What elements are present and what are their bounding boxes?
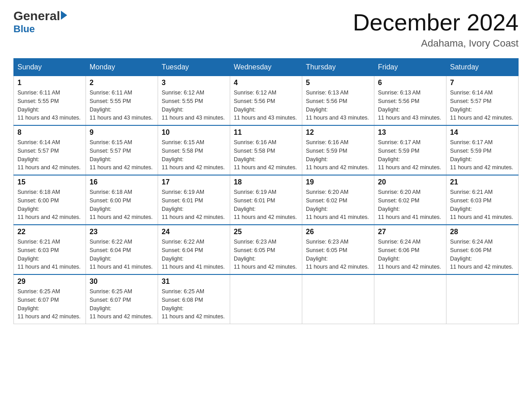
calendar-week-row-2: 8 Sunrise: 6:14 AM Sunset: 5:57 PM Dayli… [14, 125, 519, 175]
day-number: 4 [234, 79, 298, 87]
day-number: 7 [450, 79, 515, 87]
day-info: Sunrise: 6:13 AM Sunset: 5:56 PM Dayligh… [378, 89, 442, 122]
daylight-label: Daylight: 11 hours and 41 minutes. [306, 206, 369, 221]
day-number: 15 [17, 178, 82, 186]
sunset-label: Sunset: 6:03 PM [450, 197, 491, 204]
sunset-label: Sunset: 6:03 PM [17, 247, 59, 253]
day-info: Sunrise: 6:21 AM Sunset: 6:03 PM Dayligh… [17, 238, 82, 271]
sunset-label: Sunset: 6:05 PM [234, 247, 275, 253]
day-info: Sunrise: 6:15 AM Sunset: 5:58 PM Dayligh… [162, 138, 226, 172]
calendar-cell: 19 Sunrise: 6:20 AM Sunset: 6:02 PM Dayl… [302, 175, 374, 225]
calendar-cell: 1 Sunrise: 6:11 AM Sunset: 5:55 PM Dayli… [14, 76, 86, 126]
day-number: 16 [90, 178, 154, 186]
sunset-label: Sunset: 6:07 PM [90, 297, 131, 303]
sunrise-label: Sunrise: 6:18 AM [17, 189, 60, 195]
sunset-label: Sunset: 5:55 PM [162, 98, 203, 104]
day-info: Sunrise: 6:18 AM Sunset: 6:00 PM Dayligh… [17, 188, 82, 222]
sunrise-label: Sunrise: 6:12 AM [162, 90, 204, 96]
header-tuesday: Tuesday [158, 59, 230, 76]
calendar-cell: 2 Sunrise: 6:11 AM Sunset: 5:55 PM Dayli… [86, 76, 158, 126]
sunset-label: Sunset: 5:55 PM [17, 98, 59, 104]
title-section: December 2024 Adahama, Ivory Coast [353, 9, 519, 49]
daylight-label: Daylight: 11 hours and 42 minutes. [162, 305, 225, 320]
daylight-label: Daylight: 11 hours and 41 minutes. [450, 206, 513, 221]
calendar-cell: 14 Sunrise: 6:17 AM Sunset: 5:59 PM Dayl… [446, 125, 519, 175]
day-info: Sunrise: 6:22 AM Sunset: 6:04 PM Dayligh… [90, 238, 154, 271]
calendar-cell: 23 Sunrise: 6:22 AM Sunset: 6:04 PM Dayl… [86, 225, 158, 274]
calendar-cell: 6 Sunrise: 6:13 AM Sunset: 5:56 PM Dayli… [374, 76, 446, 126]
sunset-label: Sunset: 6:06 PM [378, 247, 419, 253]
sunset-label: Sunset: 6:02 PM [306, 197, 347, 204]
daylight-label: Daylight: 11 hours and 42 minutes. [234, 156, 297, 171]
daylight-label: Daylight: 11 hours and 42 minutes. [378, 256, 441, 270]
day-number: 1 [17, 79, 82, 87]
daylight-label: Daylight: 11 hours and 41 minutes. [90, 256, 153, 270]
calendar-header-row: Sunday Monday Tuesday Wednesday Thursday… [14, 59, 519, 76]
sunset-label: Sunset: 5:56 PM [234, 98, 275, 104]
sunrise-label: Sunrise: 6:16 AM [234, 139, 276, 146]
logo-general: General [13, 9, 60, 23]
calendar-cell: 17 Sunrise: 6:19 AM Sunset: 6:01 PM Dayl… [158, 175, 230, 225]
sunset-label: Sunset: 5:56 PM [306, 98, 347, 104]
sunset-label: Sunset: 6:05 PM [306, 247, 347, 253]
sunrise-label: Sunrise: 6:12 AM [234, 90, 276, 96]
calendar-week-row-4: 22 Sunrise: 6:21 AM Sunset: 6:03 PM Dayl… [14, 225, 519, 274]
calendar-cell [374, 274, 446, 324]
day-info: Sunrise: 6:12 AM Sunset: 5:56 PM Dayligh… [234, 89, 298, 122]
sunset-label: Sunset: 5:59 PM [450, 148, 491, 154]
day-info: Sunrise: 6:20 AM Sunset: 6:02 PM Dayligh… [378, 188, 442, 222]
sunrise-label: Sunrise: 6:17 AM [378, 139, 420, 146]
header-wednesday: Wednesday [230, 59, 302, 76]
header-thursday: Thursday [302, 59, 374, 76]
day-number: 25 [234, 228, 298, 236]
sunrise-label: Sunrise: 6:13 AM [378, 90, 420, 96]
day-info: Sunrise: 6:23 AM Sunset: 6:05 PM Dayligh… [306, 238, 370, 271]
day-number: 20 [378, 178, 442, 186]
sunrise-label: Sunrise: 6:22 AM [90, 239, 132, 245]
sunrise-label: Sunrise: 6:24 AM [450, 239, 493, 245]
calendar-week-row-1: 1 Sunrise: 6:11 AM Sunset: 5:55 PM Dayli… [14, 76, 519, 126]
sunset-label: Sunset: 5:59 PM [378, 148, 419, 154]
sunrise-label: Sunrise: 6:14 AM [17, 139, 60, 146]
day-info: Sunrise: 6:24 AM Sunset: 6:06 PM Dayligh… [378, 238, 442, 271]
logo-arrow-icon [61, 11, 67, 20]
header-sunday: Sunday [14, 59, 86, 76]
sunrise-label: Sunrise: 6:18 AM [90, 189, 132, 195]
day-number: 10 [162, 128, 226, 137]
daylight-label: Daylight: 11 hours and 42 minutes. [450, 156, 513, 171]
daylight-label: Daylight: 11 hours and 42 minutes. [234, 206, 297, 221]
daylight-label: Daylight: 11 hours and 42 minutes. [450, 256, 513, 270]
calendar-cell [302, 274, 374, 324]
calendar-cell: 12 Sunrise: 6:16 AM Sunset: 5:59 PM Dayl… [302, 125, 374, 175]
sunrise-label: Sunrise: 6:22 AM [162, 239, 204, 245]
sunset-label: Sunset: 5:58 PM [162, 148, 203, 154]
day-number: 31 [162, 278, 226, 286]
daylight-label: Daylight: 11 hours and 43 minutes. [234, 107, 297, 121]
logo-text: General [13, 9, 67, 23]
daylight-label: Daylight: 11 hours and 42 minutes. [17, 206, 81, 221]
daylight-label: Daylight: 11 hours and 42 minutes. [162, 156, 225, 171]
daylight-label: Daylight: 11 hours and 43 minutes. [17, 107, 81, 121]
day-info: Sunrise: 6:18 AM Sunset: 6:00 PM Dayligh… [90, 188, 154, 222]
sunset-label: Sunset: 6:07 PM [17, 297, 59, 303]
daylight-label: Daylight: 11 hours and 42 minutes. [17, 156, 81, 171]
calendar-week-row-5: 29 Sunrise: 6:25 AM Sunset: 6:07 PM Dayl… [14, 274, 519, 324]
sunrise-label: Sunrise: 6:19 AM [234, 189, 276, 195]
day-number: 27 [378, 228, 442, 236]
sunset-label: Sunset: 6:02 PM [378, 197, 419, 204]
day-number: 29 [17, 278, 82, 286]
sunset-label: Sunset: 6:00 PM [90, 197, 131, 204]
calendar-cell: 27 Sunrise: 6:24 AM Sunset: 6:06 PM Dayl… [374, 225, 446, 274]
sunset-label: Sunset: 5:57 PM [90, 148, 131, 154]
sunrise-label: Sunrise: 6:13 AM [306, 90, 348, 96]
calendar-cell: 5 Sunrise: 6:13 AM Sunset: 5:56 PM Dayli… [302, 76, 374, 126]
sunrise-label: Sunrise: 6:15 AM [162, 139, 204, 146]
daylight-label: Daylight: 11 hours and 42 minutes. [162, 206, 225, 221]
header-friday: Friday [374, 59, 446, 76]
daylight-label: Daylight: 11 hours and 42 minutes. [306, 256, 369, 270]
day-number: 30 [90, 278, 154, 286]
sunrise-label: Sunrise: 6:11 AM [17, 90, 60, 96]
daylight-label: Daylight: 11 hours and 41 minutes. [162, 256, 225, 270]
calendar-cell: 28 Sunrise: 6:24 AM Sunset: 6:06 PM Dayl… [446, 225, 519, 274]
day-number: 12 [306, 128, 370, 137]
